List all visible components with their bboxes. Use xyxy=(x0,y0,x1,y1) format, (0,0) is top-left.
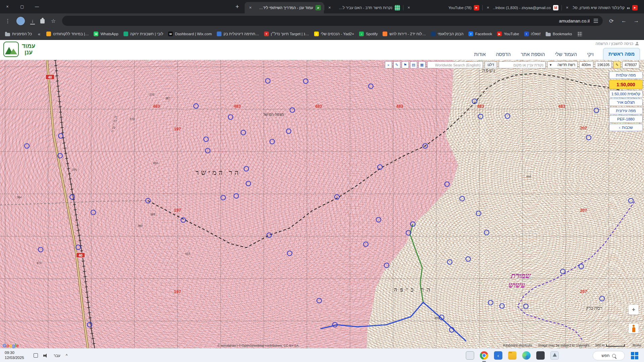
taskbar-clock[interactable]: 09:30 12/03/2025 xyxy=(5,350,24,360)
map-poi-marker[interactable] xyxy=(205,148,210,153)
nav-item-ויקי[interactable]: ויקי xyxy=(586,49,594,60)
map-poi-marker[interactable] xyxy=(478,114,483,119)
bookmark-item[interactable]: 2הנכסים שלי - Yad2+ xyxy=(312,31,357,37)
map-poi-marker[interactable] xyxy=(181,218,186,222)
bookmark-item[interactable]: fFacebook xyxy=(466,31,495,37)
map-poi-marker[interactable] xyxy=(447,260,452,264)
menu-kebab-icon[interactable]: ⋮ xyxy=(4,18,11,24)
browser-tab[interactable]: עעמוד ענן - המדריך השיתופי ליד…× xyxy=(245,2,324,13)
map-poi-marker[interactable] xyxy=(335,195,339,199)
map-poi-marker[interactable] xyxy=(228,115,233,119)
clear-tool-icon[interactable]: × xyxy=(385,61,392,68)
map-poi-marker[interactable] xyxy=(270,139,275,144)
map-poi-marker[interactable] xyxy=(70,195,75,199)
hidden-icons-chevron[interactable]: ^ xyxy=(66,353,68,358)
poi-search-input[interactable] xyxy=(499,61,546,68)
pegman-button[interactable] xyxy=(629,323,639,333)
bookmark-item[interactable]: Bookmarks xyxy=(543,31,575,37)
map-poi-marker[interactable] xyxy=(290,108,295,112)
map-poi-marker[interactable] xyxy=(586,135,591,140)
bookmark-item[interactable] xyxy=(575,31,584,37)
bookmark-item[interactable]: « xyxy=(35,31,44,38)
new-tab-button[interactable]: + xyxy=(233,2,242,11)
layer-button[interactable]: מפה עירונית xyxy=(609,107,643,114)
tab-close-icon[interactable]: × xyxy=(564,5,570,10)
site-logo[interactable]: עמוד ענן xyxy=(3,42,35,57)
back-icon[interactable]: → xyxy=(633,18,640,24)
map-poi-marker[interactable] xyxy=(476,211,481,216)
pan-control-button[interactable]: + xyxy=(629,305,639,315)
bookmark-item[interactable]: ▶YouTube xyxy=(495,31,521,37)
map-poi-marker[interactable] xyxy=(560,269,565,274)
tab-close-icon[interactable]: × xyxy=(406,5,411,10)
coordinate-east-box[interactable]: 478937 xyxy=(622,61,639,68)
bookmark-item[interactable]: לוח יד2 - דירות להש… xyxy=(380,31,428,37)
map-poi-marker[interactable] xyxy=(286,129,291,134)
worldwide-search-input[interactable] xyxy=(427,61,483,68)
bookmark-item[interactable]: ♪Spotify xyxy=(357,31,380,37)
draw-tool-icon[interactable]: ✎ xyxy=(393,61,400,68)
map-poi-marker[interactable] xyxy=(265,79,270,83)
map-poi-marker[interactable] xyxy=(91,210,96,215)
layer-button[interactable]: 1:50,000 xyxy=(609,80,643,89)
forward-icon[interactable]: ← xyxy=(620,18,628,24)
map-poi-marker[interactable] xyxy=(500,304,504,308)
map-poi-marker[interactable] xyxy=(505,114,510,118)
coordinate-north-box[interactable]: 196105 xyxy=(595,61,612,68)
map-poi-marker[interactable] xyxy=(363,242,368,247)
map-poi-marker[interactable] xyxy=(204,137,208,142)
layer-button[interactable]: מפה עולמית xyxy=(609,71,643,79)
nav-item-העמוד שלי[interactable]: העמוד שלי xyxy=(554,49,578,60)
keyboard-shortcuts[interactable]: Keyboard shortcuts xyxy=(503,344,532,347)
tune-icon[interactable] xyxy=(594,20,598,21)
minimize-window-icon[interactable]: — xyxy=(30,0,44,13)
edge-icon[interactable] xyxy=(522,351,531,360)
restore-window-icon[interactable]: ▢ xyxy=(15,0,30,13)
volume-icon[interactable] xyxy=(43,354,48,358)
image-tool-icon[interactable]: ▦ xyxy=(418,61,426,68)
map-poi-marker[interactable] xyxy=(246,181,251,186)
map-poi-marker[interactable] xyxy=(244,166,249,171)
omnibox[interactable]: amudanan.co.il xyxy=(62,16,603,26)
map-poi-marker[interactable] xyxy=(234,194,239,198)
map-poi-marker[interactable] xyxy=(317,298,321,303)
map-poi-marker[interactable] xyxy=(488,300,493,305)
map-poi-marker[interactable] xyxy=(58,134,63,138)
bookmark-item[interactable]: WWhatsApp xyxy=(91,31,120,37)
terms-link[interactable]: Terms xyxy=(632,344,641,347)
browser-tab[interactable]: ▶(78) YouTube× xyxy=(403,2,482,13)
bookmark-item[interactable]: !וואלה! xyxy=(522,31,543,37)
grid-select[interactable]: רשת חדשה ▾ xyxy=(547,61,578,68)
tab-close-icon[interactable]: × xyxy=(485,5,491,10)
downloads-icon[interactable]: ↓ xyxy=(30,18,35,23)
nav-item-הוספת אתר[interactable]: הוספת אתר xyxy=(520,49,546,60)
bookmark-star-icon[interactable]: ☆ xyxy=(50,18,57,24)
map-poi-marker[interactable] xyxy=(524,304,528,309)
map-poi-marker[interactable] xyxy=(303,79,308,84)
map-poi-marker[interactable] xyxy=(384,263,389,268)
nav-item-אודות[interactable]: אודות xyxy=(474,49,487,60)
save-tool-icon[interactable]: ▤ xyxy=(410,61,417,68)
scale-value-box[interactable]: 400m xyxy=(579,61,593,68)
map-poi-marker[interactable] xyxy=(76,245,81,250)
map-poi-marker[interactable] xyxy=(38,247,43,252)
nav-item-הדפסה[interactable]: הדפסה xyxy=(495,49,511,60)
close-window-icon[interactable]: × xyxy=(0,0,15,13)
map-poi-marker[interactable] xyxy=(194,104,198,108)
map-poi-marker[interactable] xyxy=(221,195,226,200)
start-button[interactable] xyxy=(631,352,638,359)
tab-close-icon[interactable]: × xyxy=(248,5,253,10)
layer-button[interactable]: קלאסית 1:50,000 xyxy=(609,90,643,98)
edit-coordinates-icon[interactable]: ✎ xyxy=(613,61,621,68)
map-poi-marker[interactable] xyxy=(579,264,584,269)
chrome-icon[interactable] xyxy=(480,351,488,360)
browser-tab[interactable]: ▶▮▮קליבלנד השוותה שיא מועדון, סל…× xyxy=(561,2,641,13)
nav-item-מפה ראשית[interactable]: מפה ראשית xyxy=(603,48,640,60)
code-app-icon[interactable] xyxy=(494,351,502,360)
map-poi-marker[interactable] xyxy=(368,84,373,89)
window-app-icon[interactable] xyxy=(466,351,474,360)
map-poi-marker[interactable] xyxy=(267,233,271,238)
map-poi-marker[interactable] xyxy=(445,182,449,187)
account-login-link[interactable]: כניסה לחשבון / הרשמה xyxy=(596,42,639,46)
map-area[interactable]: 4834834834834834831971971972072072073723… xyxy=(0,60,644,348)
